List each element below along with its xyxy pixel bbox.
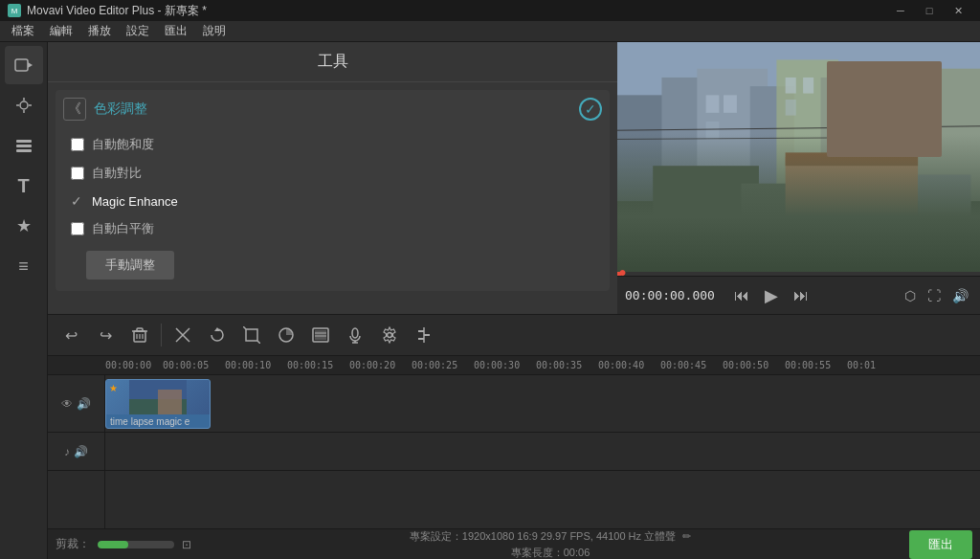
ruler-5: 00:00:05	[163, 360, 209, 370]
top-content: 工具 《 色彩調整 ✓ 自動飽和度	[48, 42, 980, 314]
redo-button[interactable]: ↪	[90, 320, 121, 350]
audio-button[interactable]	[340, 320, 370, 350]
zoom-track[interactable]	[98, 541, 174, 548]
close-button[interactable]: ✕	[944, 0, 972, 21]
menu-settings[interactable]: 設定	[119, 21, 157, 41]
project-duration: 專案長度：00:06	[511, 546, 590, 560]
fullscreen-button[interactable]: ⛶	[924, 284, 945, 307]
ruler-30: 00:00:30	[474, 360, 520, 370]
label-magic-enhance: Magic Enhance	[92, 194, 178, 209]
label-auto-saturation: 自動飽和度	[92, 136, 154, 153]
edit-icon[interactable]: ✏	[682, 530, 691, 542]
delete-button[interactable]	[124, 320, 155, 350]
sidebar-btn-effect[interactable]	[5, 86, 43, 124]
timeline-content: 👁 🔊 ♪ 🔊 ★	[48, 375, 980, 528]
ruler-45: 00:00:45	[660, 360, 706, 370]
menu-export[interactable]: 匯出	[157, 21, 195, 41]
clip-thumbnail	[106, 380, 210, 414]
svg-rect-29	[786, 78, 796, 94]
sidebar-btn-text[interactable]: T	[5, 167, 43, 205]
preview-panel: 00:00:00.000 ⏮ ▶ ⏭ ⬡ ⛶ 🔊	[617, 42, 980, 314]
ruler-55: 00:00:55	[785, 360, 831, 370]
tools-title: 工具	[48, 42, 617, 82]
sidebar-btn-menu[interactable]: ≡	[5, 247, 43, 285]
manual-adjust-button[interactable]: 手動調整	[86, 251, 174, 280]
checkbox-auto-saturation[interactable]	[71, 138, 84, 151]
project-info: 專案設定：1920x1080 16:9 29.97 FPS, 44100 Hz …	[410, 529, 691, 560]
eye-button[interactable]: 👁	[61, 397, 73, 411]
tracks: ★ time lapse magic e	[105, 375, 980, 528]
cut-button[interactable]	[167, 320, 198, 350]
minimize-button[interactable]: ─	[886, 0, 915, 21]
app-icon: M	[8, 4, 21, 17]
svg-rect-7	[16, 140, 32, 143]
effects-button[interactable]	[409, 320, 439, 350]
checkbox-auto-white-balance[interactable]	[71, 222, 84, 235]
menu-edit[interactable]: 編輯	[42, 21, 80, 41]
go-to-end-button[interactable]: ⏭	[790, 283, 813, 308]
svg-point-51	[352, 328, 358, 338]
svg-rect-24	[786, 152, 918, 166]
crop-button[interactable]	[236, 320, 267, 350]
maximize-button[interactable]: □	[915, 0, 944, 21]
preview-progress-bar[interactable]	[617, 272, 980, 276]
separator-1	[161, 324, 162, 347]
audio-vol-button[interactable]: 🔊	[74, 445, 88, 458]
share-button[interactable]: ⬡	[901, 284, 920, 307]
label-auto-contrast: 自動對比	[92, 165, 142, 182]
video-track-control: 👁 🔊	[48, 375, 104, 433]
sidebar-btn-favorite[interactable]: ★	[5, 207, 43, 245]
svg-rect-27	[724, 95, 737, 112]
svg-line-33	[617, 138, 874, 140]
back-button[interactable]: 《	[63, 98, 86, 121]
svg-rect-31	[786, 100, 796, 116]
svg-rect-21	[653, 166, 759, 272]
menu-file[interactable]: 檔案	[4, 21, 42, 41]
window-controls: ─ □ ✕	[886, 0, 972, 21]
ruler-20: 00:00:20	[349, 360, 395, 370]
app-title: Movavi Video Editor Plus - 新專案 *	[27, 3, 207, 19]
time-display: 00:00:00.000	[625, 288, 715, 302]
svg-rect-22	[742, 184, 813, 272]
undo-button[interactable]: ↩	[56, 320, 86, 350]
preview-video	[617, 42, 980, 272]
rotate-button[interactable]	[202, 320, 233, 350]
export-button[interactable]: 匯出	[909, 530, 972, 559]
svg-rect-0	[15, 59, 28, 71]
header-left: 《 色彩調整	[63, 98, 147, 121]
toolbar: ↩ ↪	[48, 314, 980, 356]
audio-track-button[interactable]: 🔊	[77, 397, 91, 411]
checkbox-auto-contrast[interactable]	[71, 167, 84, 180]
preview-scene	[617, 42, 980, 272]
sidebar-btn-filter[interactable]	[5, 126, 43, 165]
volume-button[interactable]: 🔊	[948, 284, 972, 307]
sidebar-btn-video[interactable]	[5, 46, 43, 84]
color-adjust-panel: 《 色彩調整 ✓ 自動飽和度 自動對比	[56, 90, 610, 291]
svg-rect-36	[137, 328, 143, 331]
filter-button[interactable]	[305, 320, 336, 350]
progress-fill	[617, 272, 621, 276]
label-auto-white-balance: 自動白平衡	[92, 220, 154, 237]
color-button[interactable]	[271, 320, 301, 350]
confirm-button[interactable]: ✓	[579, 98, 602, 121]
svg-rect-30	[803, 78, 813, 94]
menu-play[interactable]: 播放	[80, 21, 119, 41]
option-auto-contrast: 自動對比	[63, 159, 602, 188]
svg-rect-8	[16, 145, 32, 147]
go-to-start-button[interactable]: ⏮	[730, 283, 753, 308]
content-area: 工具 《 色彩調整 ✓ 自動飽和度	[48, 42, 980, 559]
zoom-label: 剪裁：	[56, 536, 90, 552]
music-note-button[interactable]: ♪	[64, 445, 70, 458]
menu-help[interactable]: 說明	[195, 21, 234, 41]
ruler-50: 00:00:50	[723, 360, 768, 370]
video-clip[interactable]: ★ time lapse magic e	[105, 379, 211, 429]
track-controls: 👁 🔊 ♪ 🔊	[48, 375, 105, 528]
zoom-end-icon: ⊡	[182, 538, 191, 551]
play-button[interactable]: ▶	[761, 281, 782, 310]
gear-button[interactable]	[374, 320, 405, 350]
color-adjust-header: 《 色彩調整 ✓	[63, 98, 602, 121]
svg-marker-1	[28, 62, 33, 68]
project-settings: 專案設定：1920x1080 16:9 29.97 FPS, 44100 Hz …	[410, 529, 691, 544]
svg-rect-61	[158, 390, 182, 414]
title-left: M Movavi Video Editor Plus - 新專案 *	[8, 3, 207, 19]
